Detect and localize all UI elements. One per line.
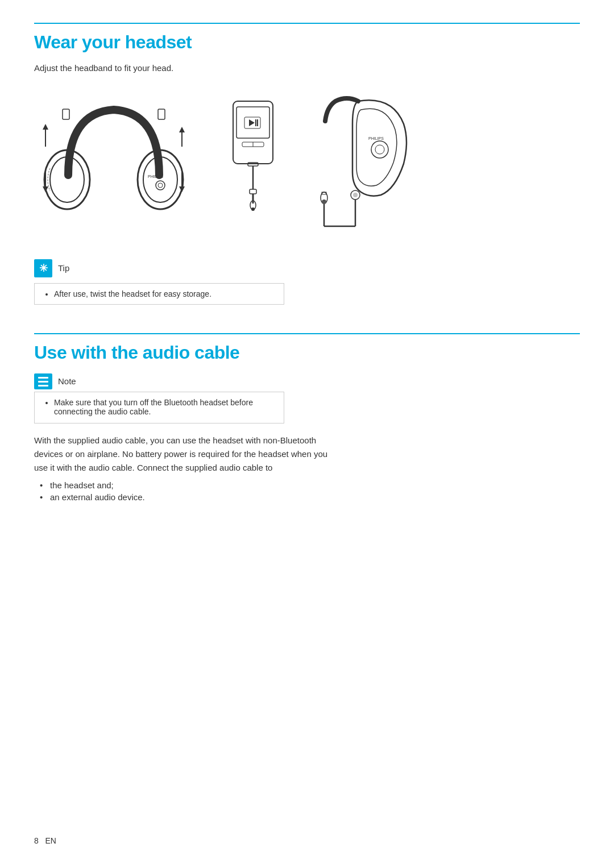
svg-marker-10	[43, 186, 48, 192]
note-list: Make sure that you turn off the Bluetoot…	[44, 398, 275, 416]
note-header: Note	[34, 373, 580, 389]
svg-text:PHILIPS: PHILIPS	[148, 175, 163, 178]
note-line-1	[38, 377, 48, 379]
svg-text:PHILIPS: PHILIPS	[368, 136, 384, 140]
headset-cable-illustrations: PHILIPS	[216, 90, 580, 238]
tip-list-item: After use, twist the headset for easy st…	[54, 289, 275, 298]
tip-section: ✳ Tip After use, twist the headset for e…	[34, 259, 580, 305]
svg-point-6	[158, 183, 163, 188]
svg-rect-12	[158, 109, 165, 119]
svg-point-30	[251, 207, 255, 211]
svg-rect-17	[233, 101, 273, 164]
svg-rect-11	[63, 109, 69, 119]
svg-marker-16	[179, 186, 185, 192]
tip-label: Tip	[58, 259, 69, 277]
note-icon	[34, 373, 52, 389]
audio-section-title: Use with the audio cable	[34, 342, 580, 363]
note-section: Note Make sure that you turn off the Blu…	[34, 373, 580, 423]
svg-point-41	[322, 200, 326, 204]
note-list-item: Make sure that you turn off the Bluetoot…	[54, 398, 275, 416]
svg-marker-8	[43, 124, 48, 130]
svg-point-33	[375, 145, 384, 154]
svg-point-32	[371, 141, 388, 158]
headset-jack-illustration: PHILIPS	[301, 90, 426, 238]
note-line-2	[38, 381, 48, 383]
note-label: Note	[58, 373, 76, 389]
wear-section: Wear your headset Adjust the headband to…	[34, 23, 580, 305]
page-number: 8	[34, 836, 39, 845]
wear-section-title: Wear your headset	[34, 32, 580, 53]
svg-marker-14	[179, 127, 185, 132]
svg-point-5	[156, 181, 165, 190]
page-language: EN	[45, 836, 56, 845]
svg-rect-27	[250, 189, 256, 194]
svg-point-35	[353, 193, 358, 197]
tip-header: ✳ Tip	[34, 259, 580, 277]
note-content-box: Make sure that you turn off the Bluetoot…	[34, 392, 284, 423]
audio-body-text: With the supplied audio cable, you can u…	[34, 434, 330, 475]
tip-content-box: After use, twist the headset for easy st…	[34, 283, 284, 305]
tip-list: After use, twist the headset for easy st…	[44, 289, 275, 298]
audio-list-item-2: an external audio device.	[40, 492, 580, 502]
wear-section-subtitle: Adjust the headband to fit your head.	[34, 63, 580, 73]
wear-section-header: Wear your headset	[34, 23, 580, 53]
audio-list-item-1: the headset and;	[40, 480, 580, 490]
device-illustration	[216, 90, 290, 238]
page-footer: 8 EN	[34, 836, 56, 845]
note-icon-lines	[38, 377, 48, 387]
tip-icon: ✳	[34, 259, 52, 277]
audio-section: Use with the audio cable Note Make sure …	[34, 333, 580, 502]
audio-section-header: Use with the audio cable	[34, 333, 580, 363]
headset-main-illustration: PHILIPS	[34, 84, 193, 243]
note-line-3	[38, 385, 48, 387]
wear-illustrations: PHILIPS	[34, 84, 580, 243]
svg-marker-20	[249, 119, 255, 126]
audio-body-list: the headset and; an external audio devic…	[34, 480, 580, 502]
